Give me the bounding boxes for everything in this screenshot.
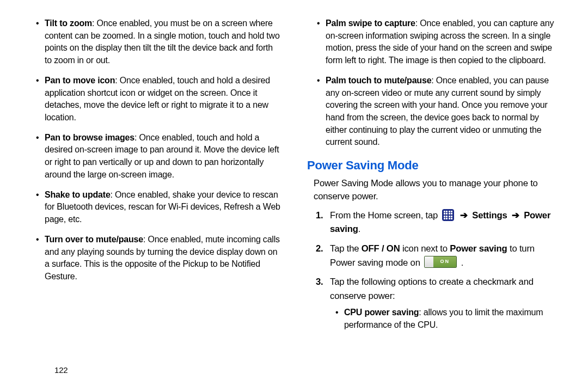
step-item: Tap the following options to create a ch… <box>314 275 562 331</box>
arrow-icon: ➔ <box>512 209 519 223</box>
sub-bullet-list: CPU power saving: allows you to limit th… <box>330 307 562 331</box>
list-item: Palm touch to mute/pause: Once enabled, … <box>307 75 562 149</box>
list-item: Shake to update: Once enabled, shake you… <box>26 189 281 226</box>
step-bold: Settings <box>472 210 507 220</box>
bullet-term: Pan to browse images <box>45 133 134 142</box>
manual-page: Tilt to zoom: Once enabled, you must be … <box>0 0 588 392</box>
apps-grid-icon <box>442 209 454 221</box>
list-item: Pan to browse images: Once enabled, touc… <box>26 132 281 181</box>
toggle-on-icon: ON <box>424 256 457 268</box>
bullet-term: Palm swipe to capture <box>326 19 415 28</box>
bullet-term: Pan to move icon <box>45 76 115 85</box>
step-text: Tap the following options to create a ch… <box>330 277 534 301</box>
step-item: From the Home screen, tap ➔ Settings ➔ P… <box>314 209 562 236</box>
list-item: Palm swipe to capture: Once enabled, you… <box>307 17 562 67</box>
list-item: Pan to move icon: Once enabled, touch an… <box>26 75 281 124</box>
page-number: 122 <box>54 365 68 375</box>
bullet-term: Palm touch to mute/pause <box>326 76 431 85</box>
step-text: icon next to <box>402 243 450 254</box>
step-text: Tap the <box>330 243 362 254</box>
right-column: Palm swipe to capture: Once enabled, you… <box>294 17 562 381</box>
step-bold: Power saving <box>450 243 507 254</box>
list-item: Turn over to mute/pause: Once enabled, m… <box>26 234 281 283</box>
steps-list: From the Home screen, tap ➔ Settings ➔ P… <box>307 209 562 332</box>
left-bullet-list: Tilt to zoom: Once enabled, you must be … <box>26 17 281 283</box>
left-column: Tilt to zoom: Once enabled, you must be … <box>26 17 294 381</box>
step-text: . <box>358 224 360 234</box>
list-item: CPU power saving: allows you to limit th… <box>330 307 562 331</box>
section-intro: Power Saving Mode allows you to manage y… <box>307 177 562 203</box>
bullet-term: Shake to update <box>45 190 111 199</box>
toggle-label: ON <box>433 256 456 267</box>
list-item: Tilt to zoom: Once enabled, you must be … <box>26 17 281 67</box>
bullet-term: CPU power saving <box>344 308 419 317</box>
right-bullet-list: Palm swipe to capture: Once enabled, you… <box>307 17 562 149</box>
bullet-term: Turn over to mute/pause <box>45 235 143 244</box>
section-heading: Power Saving Mode <box>307 158 562 173</box>
arrow-icon: ➔ <box>460 209 468 223</box>
step-text: . <box>461 258 463 268</box>
step-item: Tap the OFF / ON icon next to Power savi… <box>314 242 562 270</box>
bullet-desc: : Once enabled, you can pause any on-scr… <box>326 76 549 147</box>
bullet-term: Tilt to zoom <box>45 19 92 28</box>
step-bold: OFF / ON <box>362 243 400 254</box>
step-text: From the Home screen, tap <box>330 210 440 220</box>
